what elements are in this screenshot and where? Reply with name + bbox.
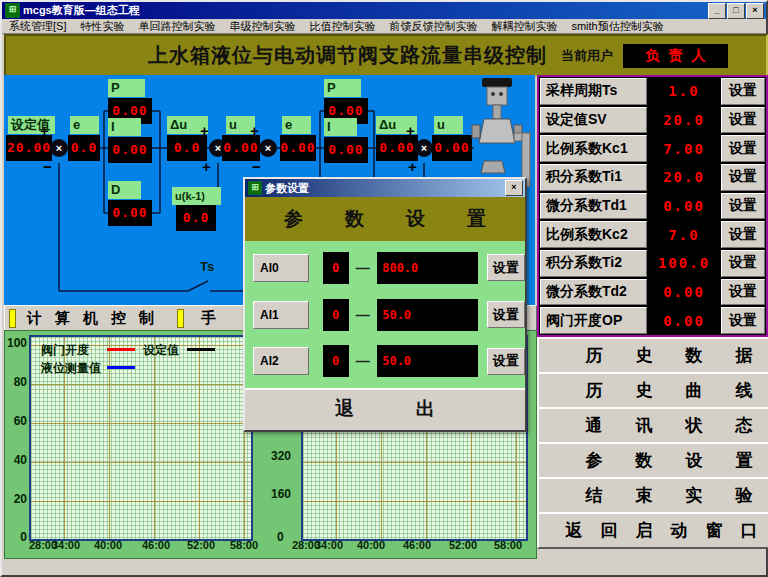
- minimize-button[interactable]: _: [708, 3, 726, 19]
- set-button[interactable]: 设置: [721, 307, 765, 334]
- menu-single-loop[interactable]: 单回路控制实验: [131, 19, 222, 34]
- param-row-ti1: 积分系数Ti1 20.0 设置: [539, 163, 766, 192]
- param-row-sv: 设定值SV 20.0 设置: [539, 106, 766, 135]
- loop1-d-label: D: [108, 181, 141, 199]
- loop2-p-label: P: [324, 79, 361, 97]
- sum-junction-3: ×: [259, 139, 277, 157]
- menu-characteristic[interactable]: 特性实验: [73, 19, 131, 34]
- x-tick: 34:00: [52, 539, 80, 551]
- plus-sign: +: [406, 125, 415, 137]
- menu-system[interactable]: 系统管理[S]: [2, 19, 73, 34]
- plus-sign: +: [200, 125, 209, 137]
- range-high-value: 50.0: [377, 299, 478, 331]
- loop1-uk1-value: 0.0: [176, 205, 216, 231]
- dialog-body: AI0 0 — 800.0 设置 AI1 0 — 50.0 设置 AI2 0 —…: [245, 241, 525, 388]
- dialog-title-bar[interactable]: ⊞ 参数设置 ×: [245, 179, 525, 197]
- x-tick: 52:00: [449, 539, 477, 551]
- restore-button[interactable]: □: [727, 3, 745, 19]
- param-row-kc1: 比例系数Kc1 7.00 设置: [539, 134, 766, 163]
- return-start-window-button[interactable]: 返回启动窗口: [537, 512, 768, 549]
- plus-sign: +: [40, 125, 49, 137]
- param-label: 比例系数Kc1: [540, 135, 647, 162]
- history-data-button[interactable]: 历史数据: [537, 337, 768, 374]
- channel-label: AI1: [253, 301, 309, 329]
- history-curve-button[interactable]: 历史曲线: [537, 372, 768, 409]
- x-tick: 58:00: [494, 539, 522, 551]
- minus-sign: −: [43, 161, 52, 173]
- channel-label: AI0: [253, 254, 309, 282]
- dialog-header: 参数设置: [245, 197, 525, 241]
- plus-sign: +: [202, 161, 211, 173]
- param-value: 7.0: [647, 220, 721, 249]
- minus-sign: −: [252, 161, 261, 173]
- window-title: mcgs教育版—组态工程: [23, 3, 140, 18]
- menu-decoupling[interactable]: 解耦控制实验: [484, 19, 564, 34]
- param-label: 阀门开度OP: [540, 307, 647, 334]
- current-user-value: 负责人: [623, 44, 728, 68]
- param-row-op: 阀门开度OP 0.00 设置: [539, 306, 766, 335]
- legend-line-black: [187, 348, 215, 351]
- set-button[interactable]: 设置: [487, 254, 525, 281]
- set-button[interactable]: 设置: [721, 78, 765, 105]
- range-low-value: 0: [323, 345, 349, 377]
- dialog-icon: ⊞: [248, 181, 262, 195]
- x-tick: 40:00: [357, 539, 385, 551]
- legend-valve-opening: 阀门开度: [41, 342, 89, 359]
- set-button[interactable]: 设置: [721, 164, 765, 191]
- end-experiment-button[interactable]: 结束实验: [537, 477, 768, 514]
- y-tick: 0: [5, 531, 27, 543]
- current-user-label: 当前用户: [561, 47, 613, 65]
- x-tick: 40:00: [94, 539, 122, 551]
- caption-buttons: _ □ ×: [707, 3, 764, 19]
- param-label: 设定值SV: [540, 107, 647, 134]
- dialog-title: 参数设置: [265, 181, 504, 196]
- param-label: 采样周期Ts: [540, 78, 647, 105]
- x-tick: 46:00: [403, 539, 431, 551]
- comm-status-button[interactable]: 通讯状态: [537, 407, 768, 444]
- param-value: 7.00: [647, 134, 721, 163]
- dialog-close-button[interactable]: ×: [505, 180, 523, 196]
- plus-sign: +: [250, 125, 259, 137]
- dialog-row-ai1: AI1 0 — 50.0 设置: [245, 295, 525, 335]
- param-label: 比例系数Kc2: [540, 221, 647, 248]
- exit-button[interactable]: 退出: [245, 388, 525, 428]
- param-value: 100.0: [647, 249, 721, 278]
- range-low-value: 0: [323, 252, 349, 284]
- set-button[interactable]: 设置: [721, 279, 765, 306]
- plus-sign: +: [408, 161, 417, 173]
- x-tick: 52:00: [187, 539, 215, 551]
- set-button[interactable]: 设置: [721, 135, 765, 162]
- param-row-ts: 采样周期Ts 1.0 设置: [539, 77, 766, 106]
- set-button[interactable]: 设置: [487, 348, 525, 375]
- y-tick: 60: [5, 415, 27, 427]
- control-valve-icon: [470, 77, 534, 187]
- sum-junction-1: ×: [50, 139, 68, 157]
- param-value: 20.0: [647, 106, 721, 135]
- param-row-td2: 微分系数Td2 0.00 设置: [539, 278, 766, 307]
- close-button[interactable]: ×: [746, 3, 764, 19]
- set-button[interactable]: 设置: [721, 250, 765, 277]
- computer-control-button[interactable]: 计算机控制: [27, 309, 167, 328]
- loop2-i-label: I: [324, 118, 357, 136]
- menu-feedforward[interactable]: 前馈反馈控制实验: [382, 19, 484, 34]
- set-button[interactable]: 设置: [721, 221, 765, 248]
- menu-ratio[interactable]: 比值控制实验: [302, 19, 382, 34]
- menu-bar: 系统管理[S] 特性实验 单回路控制实验 串级控制实验 比值控制实验 前馈反馈控…: [2, 19, 766, 34]
- param-label: 积分系数Ti1: [540, 164, 647, 191]
- set-button[interactable]: 设置: [721, 193, 765, 220]
- set-button[interactable]: 设置: [721, 107, 765, 134]
- channel-label: AI2: [253, 347, 309, 375]
- param-row-ti2: 积分系数Ti2 100.0 设置: [539, 249, 766, 278]
- set-button[interactable]: 设置: [487, 301, 525, 328]
- title-bar: ⊞ mcgs教育版—组态工程 _ □ ×: [2, 2, 766, 19]
- legend-setpoint: 设定值: [143, 342, 179, 359]
- param-setting-button[interactable]: 参数设置: [537, 442, 768, 479]
- legend-line-red: [107, 348, 135, 351]
- menu-cascade[interactable]: 串级控制实验: [222, 19, 302, 34]
- legend-line-blue: [107, 366, 135, 369]
- parameter-dialog: ⊞ 参数设置 × 参数设置 AI0 0 — 800.0 设置 AI1 0 — 5…: [243, 177, 527, 432]
- param-row-td1: 微分系数Td1 0.00 设置: [539, 192, 766, 221]
- app-icon: ⊞: [5, 3, 20, 18]
- menu-smith[interactable]: smith预估控制实验: [564, 19, 670, 34]
- loop1-e-value: 0.0: [68, 135, 100, 161]
